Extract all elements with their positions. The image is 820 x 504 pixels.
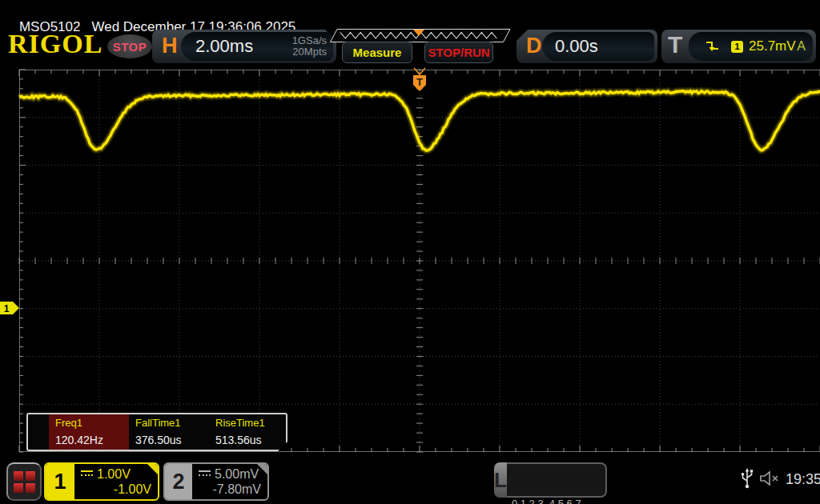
trigger-level: 25.7mV bbox=[749, 38, 796, 54]
trigger-label: T bbox=[668, 31, 682, 58]
measurement-panel[interactable]: Freq1 120.42Hz FallTime1 376.50us RiseTi… bbox=[26, 413, 287, 451]
measure-button[interactable]: Measure bbox=[342, 42, 412, 63]
red-square bbox=[26, 483, 35, 493]
channel-2-offset: -7.80mV bbox=[199, 482, 261, 497]
delay-panel[interactable]: D 0.00s bbox=[517, 30, 657, 63]
corner-notch bbox=[257, 464, 267, 474]
trigger-inner: 1 25.7mV A bbox=[689, 32, 813, 61]
horizontal-inner: 2.00ms 1GSa/s 20Mpts bbox=[181, 32, 333, 61]
rigol-logo: RIGOL bbox=[8, 29, 102, 59]
horizontal-panel[interactable]: H 2.00ms 1GSa/s 20Mpts bbox=[152, 30, 336, 63]
trigger-mode: A bbox=[797, 39, 806, 54]
logic-bit-list: 0 1 2 3 4 5 6 7 8 9 1011 12131415 bbox=[507, 462, 607, 498]
channel-2-panel[interactable]: 2 5.00mV -7.80mV bbox=[163, 462, 269, 501]
scope-graticule: T1 bbox=[19, 70, 820, 452]
delay-value: 0.00s bbox=[555, 36, 598, 57]
measurement-value: 120.42Hz bbox=[55, 434, 124, 446]
red-square bbox=[14, 483, 23, 493]
windows-menu-icon[interactable] bbox=[6, 462, 42, 501]
delay-inner: 0.00s bbox=[542, 32, 654, 61]
channel-2-scale: 5.00mV bbox=[215, 466, 259, 482]
strip-waveform-icon bbox=[330, 29, 511, 42]
measurement-spacer bbox=[28, 414, 49, 450]
timebase-value: 2.00ms bbox=[195, 36, 253, 57]
horizontal-label: H bbox=[162, 34, 178, 58]
measurement-label: FallTime1 bbox=[135, 417, 204, 429]
dc-coupling-icon bbox=[81, 470, 93, 477]
red-square bbox=[26, 471, 35, 481]
channel-2-number: 2 bbox=[165, 464, 192, 499]
usb-icon bbox=[741, 466, 754, 489]
measurement-falltime1[interactable]: FallTime1 376.50us bbox=[129, 414, 209, 450]
tray-clock: 19:35 bbox=[786, 471, 820, 488]
delay-label: D bbox=[526, 34, 542, 58]
stop-run-button[interactable]: STOP/RUN bbox=[424, 42, 493, 63]
channel-1-scale: 1.00V bbox=[97, 466, 131, 482]
measurement-value: 376.50us bbox=[135, 434, 204, 446]
logic-channels-panel[interactable]: L 0 1 2 3 4 5 6 7 8 9 1011 12131415 bbox=[494, 462, 599, 498]
measurement-freq1[interactable]: Freq1 120.42Hz bbox=[49, 414, 129, 450]
channel-1-panel[interactable]: 1 1.00V -1.00V bbox=[44, 462, 159, 501]
channel-1-offset: -1.00V bbox=[81, 482, 151, 497]
corner-notch bbox=[147, 464, 158, 474]
logic-label: L bbox=[494, 462, 507, 498]
waveform-display[interactable]: T1 bbox=[19, 70, 820, 452]
svg-text:1: 1 bbox=[4, 303, 10, 314]
channel-1-values: 1.00V -1.00V bbox=[74, 464, 158, 499]
trigger-panel[interactable]: T 1 25.7mV A bbox=[661, 30, 816, 63]
measurement-risetime1[interactable]: RiseTime1 513.56us bbox=[209, 414, 286, 450]
waveform-position-strip[interactable] bbox=[330, 29, 511, 42]
trigger-source-badge: 1 bbox=[731, 41, 743, 53]
dc-coupling-icon bbox=[199, 470, 211, 477]
oscilloscope-screen: MSO5102Wed December 17 19:36:06 2025 RIG… bbox=[0, 0, 820, 504]
channel-2-values: 5.00mV -7.80mV bbox=[192, 464, 267, 499]
run-state-badge: STOP bbox=[107, 34, 152, 58]
acquisition-info: 1GSa/s 20Mpts bbox=[292, 35, 327, 58]
logic-row-1: 0 1 2 3 4 5 6 7 bbox=[512, 497, 601, 504]
memory-depth: 20Mpts bbox=[292, 46, 327, 58]
falling-edge-icon bbox=[705, 40, 720, 53]
measurement-label: RiseTime1 bbox=[215, 417, 281, 429]
channel-1-number: 1 bbox=[46, 464, 74, 499]
red-square bbox=[14, 471, 23, 481]
svg-text:T: T bbox=[416, 76, 423, 88]
sample-rate: 1GSa/s bbox=[292, 35, 327, 46]
measurement-label: Freq1 bbox=[55, 417, 124, 429]
measurement-value: 513.56us bbox=[215, 434, 281, 446]
speaker-muted-icon bbox=[758, 470, 781, 487]
